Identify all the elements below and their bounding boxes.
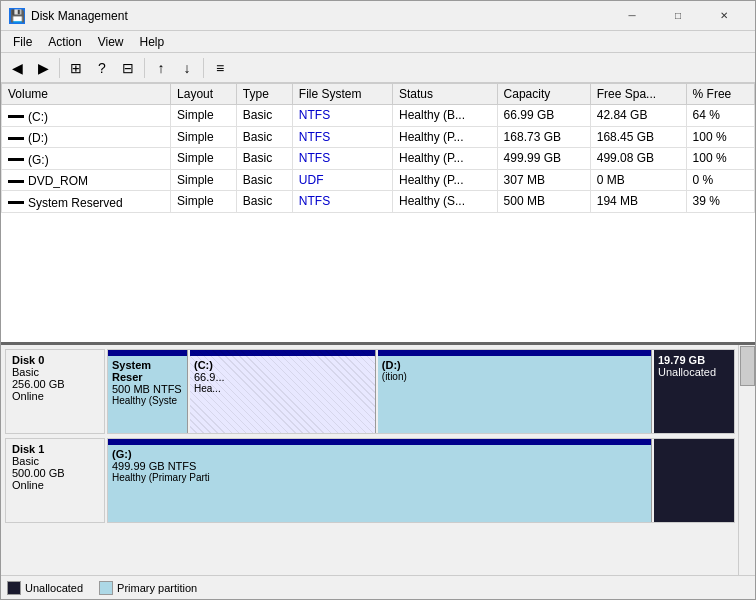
partition-size: 500 MB NTFS	[112, 383, 183, 395]
window-title: Disk Management	[31, 9, 609, 23]
legend-unallocated: Unallocated	[7, 581, 83, 595]
partition-size: 499.99 GB NTFS	[112, 460, 647, 472]
cell-type: Basic	[236, 148, 292, 170]
col-freespace[interactable]: Free Spa...	[590, 84, 686, 105]
forward-button[interactable]: ▶	[31, 56, 55, 80]
minimize-button[interactable]: ─	[609, 1, 655, 31]
disk-1-type: Basic	[12, 455, 98, 467]
disk-0-c-partition[interactable]: (C:) 66.9... Hea...	[190, 350, 376, 433]
menu-file[interactable]: File	[5, 33, 40, 51]
partition-top-bar	[378, 350, 651, 356]
disk-0-system-reserved-partition[interactable]: System Reser 500 MB NTFS Healthy (Syste	[108, 350, 188, 433]
drive-icon	[8, 137, 24, 140]
table-row[interactable]: System Reserved Simple Basic NTFS Health…	[2, 191, 755, 213]
menu-view[interactable]: View	[90, 33, 132, 51]
disk-0-size: 256.00 GB	[12, 378, 98, 390]
show-volume-button[interactable]: ⊞	[64, 56, 88, 80]
disk-0-type: Basic	[12, 366, 98, 378]
cell-pct: 39 %	[686, 191, 754, 213]
col-filesystem[interactable]: File System	[292, 84, 392, 105]
cell-pct: 100 %	[686, 126, 754, 148]
menu-bar: File Action View Help	[1, 31, 755, 53]
disk-1-unallocated	[654, 439, 734, 522]
toolbar-separator-1	[59, 58, 60, 78]
disk-0-label: Disk 0 Basic 256.00 GB Online	[5, 349, 105, 434]
cell-status: Healthy (P...	[393, 148, 498, 170]
col-pctfree[interactable]: % Free	[686, 84, 754, 105]
help-button[interactable]: ?	[90, 56, 114, 80]
cell-layout: Simple	[171, 105, 237, 127]
disk-view-scrollbar[interactable]	[738, 345, 755, 575]
disk-1-label: Disk 1 Basic 500.00 GB Online	[5, 438, 105, 523]
cell-pct: 64 %	[686, 105, 754, 127]
cell-type: Basic	[236, 126, 292, 148]
table-row[interactable]: (D:) Simple Basic NTFS Healthy (P... 168…	[2, 126, 755, 148]
partition-top-bar	[108, 439, 651, 445]
cell-status: Healthy (S...	[393, 191, 498, 213]
col-layout[interactable]: Layout	[171, 84, 237, 105]
partition-status: Healthy (Primary Parti	[112, 472, 647, 483]
disk-1-name: Disk 1	[12, 443, 98, 455]
legend-primary-box	[99, 581, 113, 595]
drive-icon	[8, 180, 24, 183]
cell-capacity: 66.99 GB	[497, 105, 590, 127]
cell-volume: (C:)	[2, 105, 171, 127]
disk-1-size: 500.00 GB	[12, 467, 98, 479]
main-content: Volume Layout Type File System Status Ca…	[1, 83, 755, 599]
cell-free: 0 MB	[590, 169, 686, 191]
disk-0-partitions: System Reser 500 MB NTFS Healthy (Syste …	[107, 349, 735, 434]
maximize-button[interactable]: □	[655, 1, 701, 31]
col-capacity[interactable]: Capacity	[497, 84, 590, 105]
col-status[interactable]: Status	[393, 84, 498, 105]
disk-management-window: 💾 Disk Management ─ □ ✕ File Action View…	[0, 0, 756, 600]
toolbar-separator-2	[144, 58, 145, 78]
down-button[interactable]: ↓	[175, 56, 199, 80]
disk-1-g-partition[interactable]: (G:) 499.99 GB NTFS Healthy (Primary Par…	[108, 439, 652, 522]
menu-help[interactable]: Help	[132, 33, 173, 51]
cell-fs: NTFS	[292, 191, 392, 213]
table-row[interactable]: (C:) Simple Basic NTFS Healthy (B... 66.…	[2, 105, 755, 127]
menu-action[interactable]: Action	[40, 33, 89, 51]
partition-top-bar	[190, 350, 375, 356]
close-button[interactable]: ✕	[701, 1, 747, 31]
partition-name: System Reser	[112, 359, 183, 383]
cell-free: 194 MB	[590, 191, 686, 213]
col-volume[interactable]: Volume	[2, 84, 171, 105]
partition-size: 66.9...	[194, 371, 371, 383]
cell-capacity: 500 MB	[497, 191, 590, 213]
collapse-button[interactable]: ⊟	[116, 56, 140, 80]
list-button[interactable]: ≡	[208, 56, 232, 80]
app-icon: 💾	[9, 8, 25, 24]
title-bar: 💾 Disk Management ─ □ ✕	[1, 1, 755, 31]
partition-top-bar	[108, 350, 187, 356]
disk-0-d-partition[interactable]: (D:) (ition)	[378, 350, 652, 433]
col-type[interactable]: Type	[236, 84, 292, 105]
legend-bar: Unallocated Primary partition	[1, 575, 755, 599]
partition-status: (ition)	[382, 371, 647, 382]
cell-fs: NTFS	[292, 105, 392, 127]
cell-type: Basic	[236, 105, 292, 127]
scroll-thumb[interactable]	[740, 346, 755, 386]
cell-type: Basic	[236, 191, 292, 213]
disk-view: Disk 0 Basic 256.00 GB Online System Res…	[1, 345, 755, 575]
drive-icon	[8, 115, 24, 118]
cell-volume: (G:)	[2, 148, 171, 170]
disk-0-status: Online	[12, 390, 98, 402]
partition-status: Hea...	[194, 383, 371, 394]
cell-capacity: 168.73 GB	[497, 126, 590, 148]
disk-1-status: Online	[12, 479, 98, 491]
cell-free: 168.45 GB	[590, 126, 686, 148]
cell-status: Healthy (P...	[393, 126, 498, 148]
table-row[interactable]: DVD_ROM Simple Basic UDF Healthy (P... 3…	[2, 169, 755, 191]
table-row[interactable]: (G:) Simple Basic NTFS Healthy (P... 499…	[2, 148, 755, 170]
disk-0-name: Disk 0	[12, 354, 98, 366]
cell-free: 42.84 GB	[590, 105, 686, 127]
cell-capacity: 307 MB	[497, 169, 590, 191]
legend-primary-label: Primary partition	[117, 582, 197, 594]
back-button[interactable]: ◀	[5, 56, 29, 80]
legend-primary: Primary partition	[99, 581, 197, 595]
window-controls: ─ □ ✕	[609, 1, 747, 31]
partition-name: (D:)	[382, 359, 647, 371]
disk-0-row: Disk 0 Basic 256.00 GB Online System Res…	[5, 349, 735, 434]
up-button[interactable]: ↑	[149, 56, 173, 80]
